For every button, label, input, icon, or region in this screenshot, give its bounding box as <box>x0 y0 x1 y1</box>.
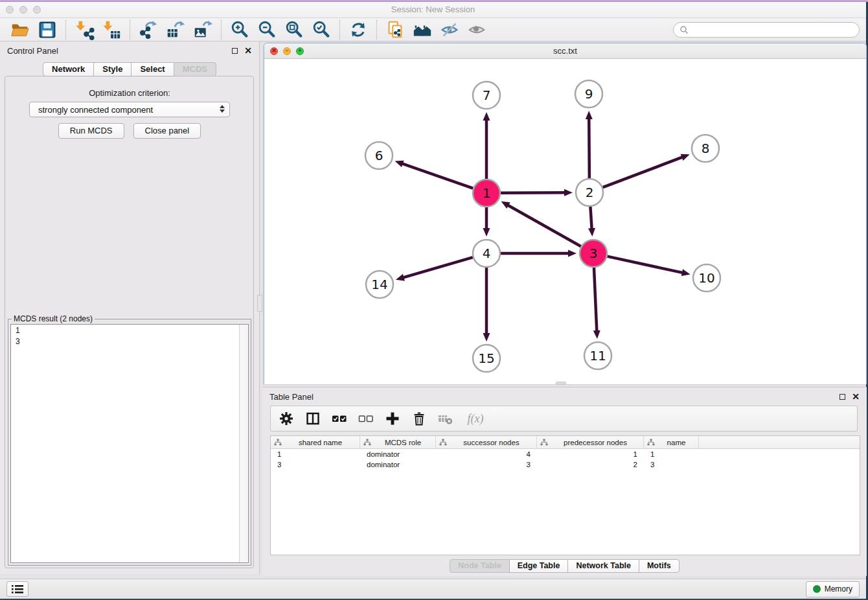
select-all-checkboxes-icon[interactable] <box>332 411 347 426</box>
network-canvas[interactable]: 1234678910111415 <box>264 59 866 384</box>
criterion-dropdown[interactable]: strongly connected component <box>29 102 230 117</box>
clone-network-icon[interactable] <box>382 19 409 41</box>
network-maximize-button[interactable]: + <box>296 47 304 55</box>
column-header-shared-name[interactable]: shared name <box>271 436 360 448</box>
horizontal-resize-grip[interactable] <box>556 382 566 385</box>
cell-predecessor-nodes[interactable]: 2 <box>537 461 644 468</box>
edge-2-to-9[interactable] <box>586 111 593 178</box>
node-7[interactable]: 7 <box>473 82 500 109</box>
table-row[interactable]: 1dominator411 <box>271 449 860 459</box>
birdseye-houses-icon[interactable] <box>409 19 436 41</box>
node-4[interactable]: 4 <box>473 240 500 267</box>
edge-3-to-11[interactable] <box>593 268 600 339</box>
column-header-successor-nodes[interactable]: successor nodes <box>436 436 537 448</box>
cell-shared-name[interactable]: 1 <box>271 450 360 458</box>
network-close-button[interactable]: ✕ <box>270 47 278 55</box>
cell-successor-nodes[interactable]: 4 <box>436 450 537 458</box>
network-minimize-button[interactable]: − <box>283 47 291 55</box>
zoom-selected-icon[interactable] <box>308 19 335 41</box>
edge-4-to-3[interactable] <box>501 250 577 257</box>
zoom-fit-icon[interactable] <box>280 19 308 41</box>
node-9[interactable]: 9 <box>575 80 602 108</box>
criterion-dropdown-value: strongly connected component <box>38 105 153 115</box>
edge-1-to-6[interactable] <box>395 161 474 189</box>
toggle-columns-icon[interactable] <box>305 411 321 426</box>
edge-1-to-7[interactable] <box>483 112 490 179</box>
refresh-view-icon[interactable] <box>345 19 372 41</box>
cell-mcds-role[interactable]: dominator <box>360 461 436 468</box>
edge-4-to-14[interactable] <box>396 257 473 281</box>
node-10[interactable]: 10 <box>693 264 720 292</box>
open-session-icon[interactable] <box>6 19 34 41</box>
import-network-icon[interactable] <box>71 19 98 41</box>
node-8[interactable]: 8 <box>692 135 719 162</box>
table-row[interactable]: 3dominator323 <box>271 459 860 470</box>
node-table[interactable]: shared nameMCDS rolesuccessor nodesprede… <box>270 435 860 555</box>
task-history-button[interactable] <box>6 581 29 597</box>
edge-4-to-15[interactable] <box>483 268 490 341</box>
table-panel-header: Table Panel ✕ <box>262 387 867 406</box>
export-table-icon[interactable] <box>162 19 189 41</box>
show-graphics-details-icon[interactable] <box>463 19 490 41</box>
edge-3-to-1[interactable] <box>501 202 581 246</box>
optimization-criterion-label: Optimization criterion: <box>0 88 259 98</box>
run-mcds-button[interactable]: Run MCDS <box>58 123 124 139</box>
node-15[interactable]: 15 <box>473 345 500 372</box>
node-2[interactable]: 2 <box>576 179 603 206</box>
vertical-resize-grip[interactable] <box>257 295 262 312</box>
tab-motifs[interactable]: Motifs <box>639 559 680 573</box>
edge-1-to-4[interactable] <box>483 207 490 237</box>
add-row-icon[interactable] <box>385 411 400 426</box>
edge-1-to-2[interactable] <box>501 189 573 196</box>
node-11[interactable]: 11 <box>584 342 611 369</box>
node-1-dominator[interactable]: 1 <box>473 179 500 207</box>
zoom-out-icon[interactable] <box>253 19 280 41</box>
cell-name[interactable]: 3 <box>644 461 699 468</box>
close-panel-button[interactable]: Close panel <box>133 123 201 139</box>
cell-predecessor-nodes[interactable]: 1 <box>537 450 644 458</box>
zoom-in-icon[interactable] <box>226 19 253 41</box>
dropdown-arrows-icon <box>220 105 225 113</box>
column-header-predecessor-nodes[interactable]: predecessor nodes <box>537 436 644 448</box>
tab-mcds[interactable]: MCDS <box>174 62 216 76</box>
edge-3-to-10[interactable] <box>607 257 690 276</box>
apply-function-icon[interactable]: f(x) <box>464 411 486 426</box>
node-3-dominator[interactable]: 3 <box>580 240 607 267</box>
close-table-panel-icon[interactable]: ✕ <box>852 392 860 401</box>
delete-table-icon[interactable] <box>438 411 453 426</box>
edge-2-to-8[interactable] <box>603 154 690 187</box>
import-table-icon[interactable] <box>98 19 125 41</box>
search-input[interactable] <box>692 24 853 35</box>
float-panel-icon[interactable] <box>232 48 238 54</box>
tab-edge-table[interactable]: Edge Table <box>509 559 569 573</box>
application-window: Session: New Session <box>0 0 868 600</box>
control-panel: Control Panel ✕ NetworkStyleSelectMCDS O… <box>0 41 260 574</box>
column-header-name[interactable]: name <box>644 436 699 448</box>
cell-shared-name[interactable]: 3 <box>271 461 360 468</box>
cell-name[interactable]: 1 <box>644 450 699 458</box>
delete-row-icon[interactable] <box>411 411 427 426</box>
float-table-panel-icon[interactable] <box>839 394 845 400</box>
export-image-icon[interactable] <box>189 19 216 41</box>
column-header-mcds-role[interactable]: MCDS role <box>360 436 436 448</box>
node-6[interactable]: 6 <box>365 142 393 169</box>
tab-style[interactable]: Style <box>93 62 131 76</box>
node-14[interactable]: 14 <box>366 271 393 298</box>
cell-successor-nodes[interactable]: 3 <box>436 461 537 468</box>
save-session-icon[interactable] <box>34 19 61 41</box>
edge-2-to-3[interactable] <box>588 207 595 237</box>
hide-graphics-details-icon[interactable] <box>436 19 463 41</box>
result-scrollbar[interactable] <box>239 325 248 562</box>
mcds-result-title: MCDS result (2 nodes) <box>12 314 95 323</box>
deselect-all-checkboxes-icon[interactable] <box>358 411 374 426</box>
settings-icon[interactable] <box>279 411 294 426</box>
tab-node-table[interactable]: Node Table <box>450 559 509 573</box>
close-panel-icon[interactable]: ✕ <box>244 46 252 55</box>
export-network-icon[interactable] <box>135 19 162 41</box>
tab-select[interactable]: Select <box>131 62 174 76</box>
svg-text:8: 8 <box>702 141 710 156</box>
memory-button[interactable]: Memory <box>806 581 860 597</box>
cell-mcds-role[interactable]: dominator <box>360 450 436 458</box>
tab-network-table[interactable]: Network Table <box>567 559 639 573</box>
tab-network[interactable]: Network <box>43 62 94 76</box>
